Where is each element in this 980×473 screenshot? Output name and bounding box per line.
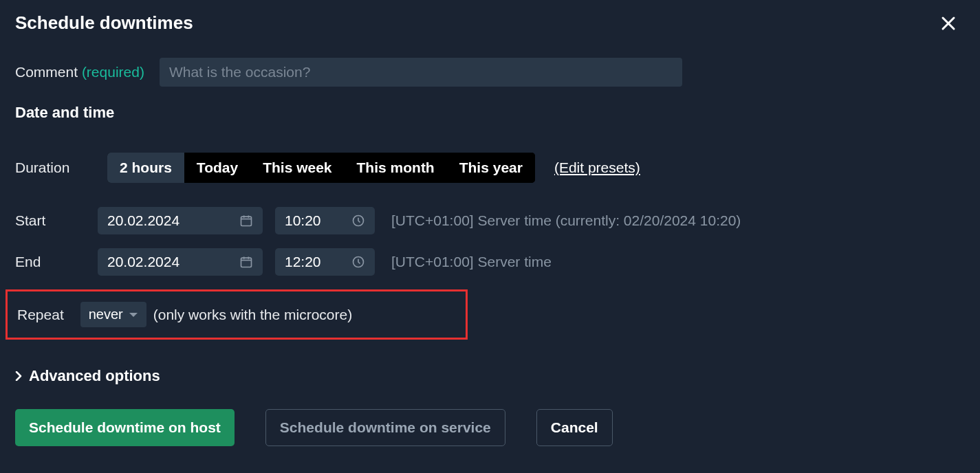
repeat-label: Repeat: [17, 307, 64, 323]
preset-this-year[interactable]: This year: [447, 153, 535, 183]
clock-icon: [351, 255, 365, 269]
edit-presets-link[interactable]: (Edit presets): [554, 160, 640, 176]
chevron-down-icon: [129, 311, 138, 318]
start-time-input[interactable]: 10:20: [275, 207, 375, 234]
repeat-select[interactable]: never: [80, 302, 146, 327]
duration-preset-group: 2 hours Today This week This month This …: [107, 153, 535, 183]
comment-label: Comment (required): [15, 64, 144, 80]
schedule-service-button[interactable]: Schedule downtime on service: [265, 409, 505, 446]
close-icon: [940, 15, 957, 32]
end-tz-note: [UTC+01:00] Server time: [391, 254, 552, 270]
dialog-title: Schedule downtimes: [15, 12, 193, 34]
schedule-host-button[interactable]: Schedule downtime on host: [15, 409, 235, 446]
preset-2hours[interactable]: 2 hours: [107, 153, 184, 183]
close-button[interactable]: [939, 14, 958, 33]
repeat-note: (only works with the microcore): [153, 307, 352, 323]
end-label: End: [15, 254, 98, 270]
advanced-options-toggle[interactable]: Advanced options: [15, 367, 965, 385]
preset-this-week[interactable]: This week: [250, 153, 344, 183]
calendar-icon: [239, 214, 253, 228]
calendar-icon: [239, 255, 253, 269]
start-label: Start: [15, 212, 98, 229]
clock-icon: [351, 214, 365, 228]
required-indicator: (required): [82, 64, 144, 80]
datetime-section-title: Date and time: [15, 104, 965, 122]
comment-input[interactable]: [160, 58, 682, 87]
svg-rect-2: [241, 258, 252, 267]
cancel-button[interactable]: Cancel: [536, 409, 613, 446]
start-tz-note: [UTC+01:00] Server time (currently: 02/2…: [391, 212, 741, 229]
preset-today[interactable]: Today: [184, 153, 250, 183]
preset-this-month[interactable]: This month: [345, 153, 447, 183]
end-time-input[interactable]: 12:20: [275, 248, 375, 276]
start-date-input[interactable]: 20.02.2024: [98, 207, 263, 234]
advanced-options-label: Advanced options: [29, 367, 160, 385]
repeat-highlighted-region: Repeat never (only works with the microc…: [6, 289, 468, 340]
svg-rect-0: [241, 217, 252, 226]
end-date-input[interactable]: 20.02.2024: [98, 248, 263, 276]
chevron-right-icon: [15, 371, 22, 381]
duration-label: Duration: [15, 160, 98, 176]
